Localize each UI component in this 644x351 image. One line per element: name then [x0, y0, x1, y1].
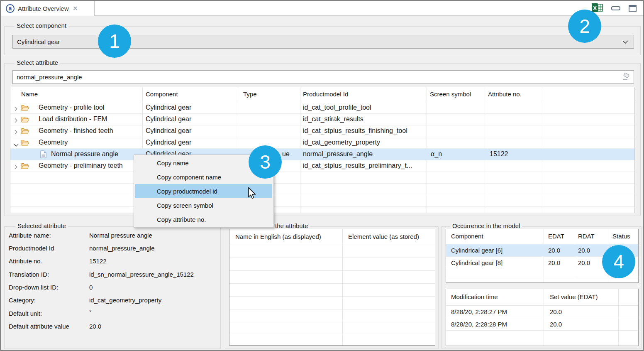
chevron-down-icon[interactable] [14, 141, 19, 149]
table-row-empty[interactable] [229, 297, 435, 309]
tab-attribute-overview[interactable]: a Attribute Overview ✕ [1, 1, 95, 16]
folder-icon [21, 116, 29, 125]
column-header-component[interactable]: Component [146, 91, 178, 98]
occurrence-component: Cylindrical gear [8] [451, 259, 503, 266]
field-label: Translation ID: [9, 271, 49, 278]
select-component-label: Select component [15, 22, 68, 29]
attribute-values-panel-title-fragment: the attribute [273, 222, 310, 229]
row-component: Cylindrical gear [146, 115, 191, 123]
column-header-modification-time[interactable]: Modification time [451, 293, 498, 300]
field-value: 20.0 [89, 323, 101, 330]
chevron-right-icon[interactable] [15, 129, 18, 136]
table-row-empty[interactable] [229, 322, 435, 335]
column-header-name-english[interactable]: Name in English (as displayed) [235, 233, 321, 240]
minimize-icon[interactable] [611, 6, 620, 10]
table-row-empty[interactable] [10, 184, 634, 195]
table-row-empty[interactable] [229, 284, 435, 297]
view-body: Select component Cylindrical gear Select… [1, 16, 643, 350]
menu-item-copy-attribute-no[interactable]: Copy attribute no. [135, 212, 272, 226]
row-name: Geometry [39, 139, 68, 146]
column-header-element-value[interactable]: Element value (as stored) [348, 233, 419, 240]
clear-filter-eraser-icon[interactable] [621, 73, 631, 82]
field-value: 15122 [89, 258, 107, 265]
table-row[interactable]: Geometry - profile tool Cylindrical gear… [10, 102, 634, 114]
modification-time: 8/28/20, 2:28:27 PM [451, 308, 507, 315]
field-label: Category: [9, 297, 36, 304]
row-component: Cylindrical gear [146, 104, 191, 111]
column-header-productmodel[interactable]: Productmodel Id [303, 91, 348, 98]
occurrence-component: Cylindrical gear [6] [451, 247, 503, 254]
table-row-empty[interactable] [446, 331, 638, 343]
column-header-status[interactable]: Status [612, 233, 630, 240]
row-productmodel-id: id_cat_tool_profile_tool [303, 104, 371, 111]
field-label: Attribute name: [9, 232, 51, 239]
attribute-table-header: Name Component Type Productmodel Id Scre… [10, 87, 634, 102]
tab-title: Attribute Overview [18, 5, 69, 12]
table-row-empty[interactable] [10, 195, 634, 207]
column-header-rdat[interactable]: RDAT [578, 233, 595, 240]
field-label: Productmodel Id [9, 245, 54, 252]
row-name: Geometry - profile tool [39, 104, 104, 111]
field-label: Drop-down list ID: [9, 284, 58, 291]
table-row-empty[interactable] [229, 335, 435, 346]
row-productmodel-id: id_cat_geometry_property [303, 139, 380, 146]
column-header-set-value[interactable]: Set value (EDAT) [550, 293, 598, 300]
modification-time: 8/28/20, 2:28:28 PM [451, 321, 507, 328]
close-icon[interactable]: ✕ [73, 5, 78, 12]
table-row-empty[interactable] [10, 207, 634, 213]
row-screen-symbol: α_n [431, 150, 442, 158]
table-row-empty[interactable] [10, 172, 634, 184]
column-header-component[interactable]: Component [451, 233, 483, 240]
selected-attribute-panel: Selected attribute Attribute name: Norma… [4, 226, 221, 349]
field-value: Normal pressure angle [89, 232, 152, 239]
column-header-screen-symbol[interactable]: Screen symbol [430, 91, 471, 98]
maximize-icon[interactable] [629, 5, 637, 12]
folder-icon [21, 139, 29, 148]
table-row[interactable]: Geometry - finished teeth Cylindrical ge… [10, 125, 634, 137]
chevron-right-icon[interactable] [15, 117, 18, 125]
occurrence-rdat: 20.0 [578, 247, 590, 254]
tab-bar: a Attribute Overview ✕ X [1, 1, 643, 16]
row-name: Normal pressure angle [51, 150, 118, 158]
table-row[interactable]: Geometry Cylindrical gear id_cat_geometr… [10, 137, 634, 149]
table-row[interactable]: Load distribution - FEM Cylindrical gear… [10, 114, 634, 125]
chevron-right-icon[interactable] [15, 106, 18, 113]
column-header-type[interactable]: Type [243, 91, 257, 98]
field-value: normal_pressure_angle [89, 245, 155, 252]
table-row-empty[interactable] [229, 258, 435, 271]
row-productmodel-id: id_cat_stirak_results [303, 115, 363, 123]
table-row[interactable]: Geometry - preliminary teeth id_cat_stpl… [10, 160, 634, 172]
modification-row[interactable]: 8/28/20, 2:28:28 PM 20.0 [446, 318, 638, 331]
table-row-empty[interactable] [229, 271, 435, 284]
row-name: Load distribution - FEM [39, 115, 107, 123]
annotation-badge-3: 3 [249, 145, 282, 179]
row-productmodel-id: normal_pressure_angle [303, 150, 373, 158]
field-value: 0 [89, 284, 93, 291]
column-header-name[interactable]: Name [21, 91, 38, 98]
select-attribute-label: Select attribute [15, 59, 60, 66]
occurrence-panel-title: Occurrence in the model [450, 222, 522, 229]
row-name: Geometry - preliminary teeth [39, 162, 123, 169]
selected-attribute-panel-title: Selected attribute [15, 222, 68, 229]
table-row-empty[interactable] [229, 309, 435, 322]
row-productmodel-id: id_cat_stplus_results_preliminary_t... [303, 162, 412, 169]
column-header-attribute-no[interactable]: Attribute no. [488, 91, 522, 98]
attribute-values-table: Name in English (as displayed) Element v… [229, 229, 435, 346]
folder-icon [21, 104, 29, 113]
modification-table: Modification time Set value (EDAT) 8/28/… [446, 289, 639, 346]
attribute-filter-input[interactable] [12, 70, 634, 84]
svg-text:X: X [593, 5, 597, 11]
attribute-view-icon: a [6, 4, 15, 13]
chevron-right-icon[interactable] [15, 164, 18, 171]
table-row-selected[interactable]: Normal pressure angle Cylindrical gear u… [10, 149, 634, 160]
table-row-empty[interactable] [229, 245, 435, 258]
column-header-edat[interactable]: EDAT [548, 233, 564, 240]
field-label: Attribute no. [9, 258, 42, 265]
view-toolbar: X [592, 2, 637, 14]
occurrence-edat: 20.0 [548, 247, 560, 254]
annotation-badge-2: 2 [568, 10, 601, 43]
attribute-table: Name Component Type Productmodel Id Scre… [10, 87, 635, 213]
folder-icon [21, 162, 29, 171]
row-name: Geometry - finished teeth [39, 127, 113, 135]
modification-row[interactable]: 8/28/20, 2:28:27 PM 20.0 [446, 306, 638, 318]
